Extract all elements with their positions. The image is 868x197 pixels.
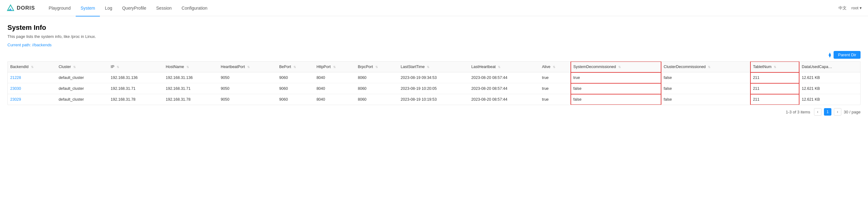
sort-icon-lastheartbeat: ⇅ bbox=[498, 65, 500, 69]
cell-heartbeatport: 9050 bbox=[218, 73, 277, 83]
cell-backendid[interactable]: 23029 bbox=[8, 94, 56, 105]
nav-log[interactable]: Log bbox=[100, 0, 117, 17]
col-header-laststarttime[interactable]: LastStartTime ⇅ bbox=[398, 61, 469, 73]
prev-page-button[interactable]: ‹ bbox=[814, 108, 822, 116]
sort-icon-cluster: ⇅ bbox=[73, 65, 76, 69]
logo-text: DORIS bbox=[17, 5, 35, 11]
cell-systemdecommissioned: false bbox=[571, 83, 661, 94]
table-row: 21228default_cluster192.168.31.136192.16… bbox=[8, 73, 860, 83]
header-right: 中文 root ▾ bbox=[839, 5, 862, 11]
sort-icon-ip: ⇅ bbox=[117, 65, 119, 69]
cell-cluster: default_cluster bbox=[56, 94, 108, 105]
page-description: This page lists the system info, like /p… bbox=[7, 34, 861, 39]
page-title: System Info bbox=[7, 24, 861, 32]
cell-clusterdecommissioned: false bbox=[661, 73, 750, 83]
cell-alive: true bbox=[539, 73, 571, 83]
col-header-beport[interactable]: BePort ⇅ bbox=[277, 61, 314, 73]
logo: DORIS bbox=[6, 4, 35, 12]
cell-ip: 192.168.31.78 bbox=[108, 94, 163, 105]
cell-hostname: 192.168.31.71 bbox=[163, 83, 218, 94]
cell-tabletnum: 211 bbox=[750, 94, 799, 105]
cell-datausedcapacity: 12.621 KB bbox=[799, 83, 860, 94]
cell-cluster: default_cluster bbox=[56, 73, 108, 83]
cell-hostname: 192.168.31.136 bbox=[163, 73, 218, 83]
cell-systemdecommissioned: false bbox=[571, 94, 661, 105]
col-header-hostname[interactable]: HostName ⇅ bbox=[163, 61, 218, 73]
col-header-httpport[interactable]: HttpPort ⇅ bbox=[314, 61, 355, 73]
nav-system[interactable]: System bbox=[76, 0, 100, 17]
nav-session[interactable]: Session bbox=[151, 0, 177, 17]
page-content: System Info This page lists the system i… bbox=[0, 16, 868, 122]
sort-icon-httpport: ⇅ bbox=[333, 65, 336, 69]
cell-hostname: 192.168.31.78 bbox=[163, 94, 218, 105]
cell-alive: true bbox=[539, 94, 571, 105]
cell-lastheartbeat: 2023-08-20 08:57:44 bbox=[469, 83, 539, 94]
table-row: 23029default_cluster192.168.31.78192.168… bbox=[8, 94, 860, 105]
sort-icon-systemdecommissioned: ⇅ bbox=[618, 65, 621, 69]
pagination-info: 1-3 of 3 items bbox=[786, 110, 810, 114]
cell-heartbeatport: 9050 bbox=[218, 83, 277, 94]
sort-icon-brpcport: ⇅ bbox=[375, 65, 378, 69]
cell-httpport: 8040 bbox=[314, 94, 355, 105]
col-header-backendid[interactable]: BackendId ⇅ bbox=[8, 61, 56, 73]
cell-ip: 192.168.31.136 bbox=[108, 73, 163, 83]
pagination: 1-3 of 3 items ‹ 1 › 30 / page bbox=[7, 105, 861, 117]
toolbar: ⧫ Parent Dir bbox=[7, 51, 861, 59]
language-switcher[interactable]: 中文 bbox=[839, 5, 846, 11]
cell-beport: 9060 bbox=[277, 94, 314, 105]
table-row: 23030default_cluster192.168.31.71192.168… bbox=[8, 83, 860, 94]
cell-ip: 192.168.31.71 bbox=[108, 83, 163, 94]
cell-lastheartbeat: 2023-08-20 08:57:44 bbox=[469, 94, 539, 105]
table-header-row: BackendId ⇅ Cluster ⇅ IP ⇅ HostName ⇅ He… bbox=[8, 61, 860, 73]
col-header-ip[interactable]: IP ⇅ bbox=[108, 61, 163, 73]
data-table-wrap: BackendId ⇅ Cluster ⇅ IP ⇅ HostName ⇅ He… bbox=[7, 61, 861, 105]
cell-laststarttime: 2023-08-19 09:34:53 bbox=[398, 73, 469, 83]
main-nav: Playground System Log QueryProfile Sessi… bbox=[44, 0, 213, 16]
cell-clusterdecommissioned: false bbox=[661, 94, 750, 105]
sort-icon-tabletnum: ⇅ bbox=[774, 65, 776, 69]
cell-brpcport: 8060 bbox=[355, 83, 398, 94]
cell-brpcport: 8060 bbox=[355, 94, 398, 105]
col-header-cluster[interactable]: Cluster ⇅ bbox=[56, 61, 108, 73]
cell-beport: 9060 bbox=[277, 73, 314, 83]
col-header-heartbeatport[interactable]: HeartbeatPort ⇅ bbox=[218, 61, 277, 73]
col-header-clusterdecommissioned[interactable]: ClusterDecommissioned ⇅ bbox=[661, 61, 750, 73]
nav-queryprofile[interactable]: QueryProfile bbox=[117, 0, 151, 17]
cell-datausedcapacity: 12.621 KB bbox=[799, 94, 860, 105]
cell-httpport: 8040 bbox=[314, 83, 355, 94]
col-header-lastheartbeat[interactable]: LastHeartbeat ⇅ bbox=[469, 61, 539, 73]
cell-datausedcapacity: 12.621 KB bbox=[799, 73, 860, 83]
page-size-selector[interactable]: 30 / page bbox=[844, 110, 861, 114]
cell-tabletnum: 211 bbox=[750, 83, 799, 94]
filter-icon[interactable]: ⧫ bbox=[829, 52, 831, 58]
col-header-alive[interactable]: Alive ⇅ bbox=[539, 61, 571, 73]
sort-icon-beport: ⇅ bbox=[293, 65, 296, 69]
col-header-brpcport[interactable]: BrpcPort ⇅ bbox=[355, 61, 398, 73]
cell-lastheartbeat: 2023-08-20 08:57:44 bbox=[469, 73, 539, 83]
col-header-systemdecommissioned[interactable]: SystemDecommissioned ⇅ bbox=[571, 61, 661, 73]
nav-playground[interactable]: Playground bbox=[44, 0, 76, 17]
next-page-button[interactable]: › bbox=[834, 108, 841, 116]
cell-laststarttime: 2023-08-19 10:19:53 bbox=[398, 94, 469, 105]
data-table: BackendId ⇅ Cluster ⇅ IP ⇅ HostName ⇅ He… bbox=[8, 61, 860, 105]
current-page-button[interactable]: 1 bbox=[824, 108, 831, 116]
user-menu[interactable]: root ▾ bbox=[851, 6, 862, 10]
sort-icon-hostname: ⇅ bbox=[186, 65, 189, 69]
cell-backendid[interactable]: 23030 bbox=[8, 83, 56, 94]
doris-logo-icon bbox=[6, 4, 15, 12]
sort-icon-clusterdecommissioned: ⇅ bbox=[708, 65, 710, 69]
sort-icon-laststarttime: ⇅ bbox=[427, 65, 429, 69]
col-header-tabletnum[interactable]: TabletNum ⇅ bbox=[750, 61, 799, 73]
cell-backendid[interactable]: 21228 bbox=[8, 73, 56, 83]
cell-brpcport: 8060 bbox=[355, 73, 398, 83]
sort-icon-heartbeatport: ⇅ bbox=[247, 65, 250, 69]
cell-laststarttime: 2023-08-19 10:20:05 bbox=[398, 83, 469, 94]
header: DORIS Playground System Log QueryProfile… bbox=[0, 0, 868, 16]
current-path[interactable]: Current path: //backends bbox=[7, 43, 52, 47]
sort-icon-backendid: ⇅ bbox=[31, 65, 33, 69]
cell-systemdecommissioned: true bbox=[571, 73, 661, 83]
cell-heartbeatport: 9050 bbox=[218, 94, 277, 105]
col-header-datausedcapacity: DataUsedCapa… bbox=[799, 61, 860, 73]
nav-configuration[interactable]: Configuration bbox=[177, 0, 212, 17]
parent-dir-button[interactable]: Parent Dir bbox=[834, 51, 861, 59]
